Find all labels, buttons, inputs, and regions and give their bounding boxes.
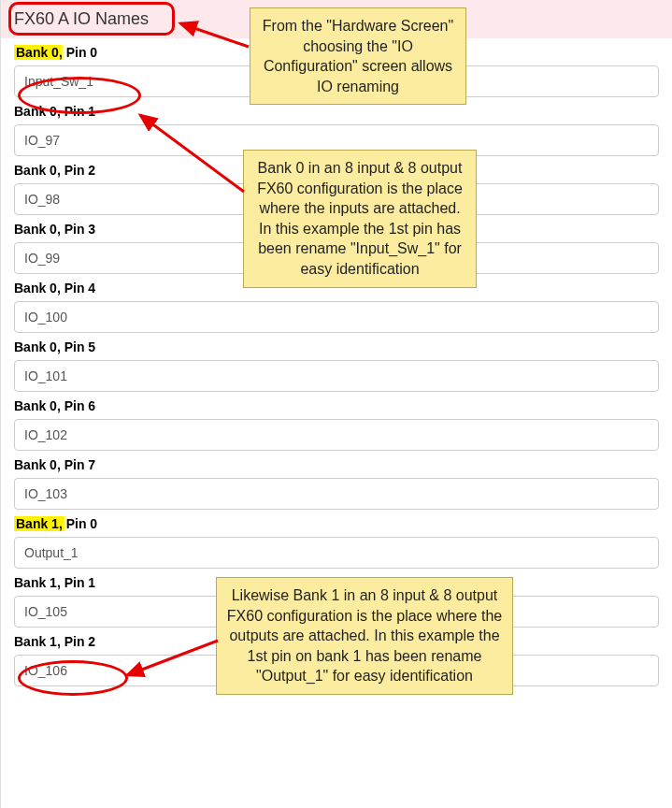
pin-name-input[interactable]: [14, 419, 659, 451]
pin-name-input[interactable]: [14, 301, 659, 333]
callout-bank0: Bank 0 in an 8 input & 8 output FX60 con…: [243, 150, 477, 288]
pin-name-input[interactable]: [14, 478, 659, 510]
pin-label: Bank 0, Pin 1: [14, 104, 659, 119]
pin-label: Bank 1, Pin 0: [14, 516, 659, 531]
pin-label: Bank 0, Pin 5: [14, 339, 659, 354]
pin-row: Bank 0, Pin 5: [1, 333, 672, 392]
pin-row: Bank 0, Pin 6: [1, 392, 672, 451]
callout-hardware-screen: From the "Hardware Screen" choosing the …: [250, 7, 466, 105]
pin-row: Bank 1, Pin 0: [1, 510, 672, 569]
pin-label: Bank 0, Pin 6: [14, 398, 659, 413]
callout-bank1: Likewise Bank 1 in an 8 input & 8 output…: [216, 577, 513, 695]
pin-row: Bank 0, Pin 1: [1, 97, 672, 156]
pin-row: Bank 0, Pin 7: [1, 451, 672, 510]
pin-name-input[interactable]: [14, 537, 659, 569]
pin-label: Bank 0, Pin 7: [14, 457, 659, 472]
pin-name-input[interactable]: [14, 360, 659, 392]
page-title: FX60 A IO Names: [14, 9, 149, 29]
